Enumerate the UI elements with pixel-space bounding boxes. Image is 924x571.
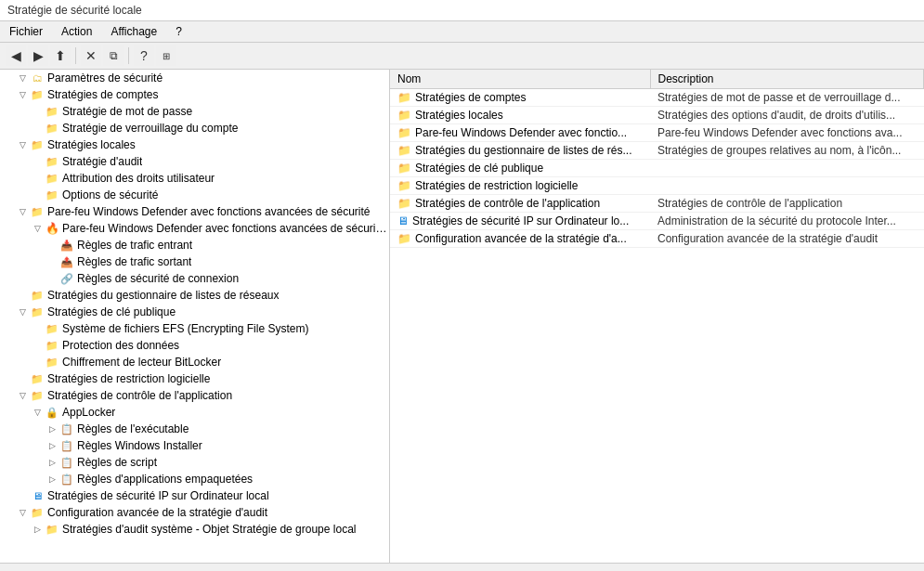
table-row[interactable]: 📁Stratégies de restriction logicielle [390, 177, 924, 195]
table-row[interactable]: 📁Stratégies localesStratégies des option… [390, 107, 924, 124]
root-label: Paramètres de sécurité [47, 71, 163, 84]
tree-item-protection[interactable]: 📁 Protection des données [0, 337, 389, 354]
restriction-label: Stratégies de restriction logicielle [47, 372, 210, 385]
tree-item-installer[interactable]: ▷ 📋 Règles Windows Installer [0, 437, 389, 454]
clep-expand[interactable]: ▽ [15, 305, 30, 319]
tree-item-traficin[interactable]: 📥 Règles de trafic entrant [0, 237, 389, 253]
tree-item-locales[interactable]: ▽ 📁 Stratégies locales [0, 136, 389, 153]
tree-item-audit2[interactable]: ▽ 📁 Configuration avancée de la stratégi… [0, 504, 389, 521]
table-cell-name: 📁Configuration avancée de la stratégie d… [390, 230, 650, 248]
table-row[interactable]: 📁Stratégies de contrôle de l'application… [390, 195, 924, 213]
parefeu-expand[interactable]: ▽ [15, 204, 30, 219]
locales-icon: 📁 [30, 137, 45, 152]
exec-expand[interactable]: ▷ [45, 422, 59, 436]
comptes-expand[interactable]: ▽ [15, 87, 30, 102]
menu-action[interactable]: Action [56, 23, 98, 40]
tree-item-restriction[interactable]: 📁 Stratégies de restriction logicielle [0, 370, 389, 387]
main-container: ▽ 🗂 Paramètres de sécurité ▽ 📁 Stratégie… [0, 70, 924, 563]
right-pane: Nom Description 📁Stratégies de comptesSt… [390, 70, 924, 563]
applocker-expand[interactable]: ▽ [30, 405, 45, 420]
toolbar: ◀ ▶ ⬆ ✕ ⧉ ? ⊞ [0, 43, 924, 70]
tree-item-parefeu[interactable]: ▽ 📁 Pare-feu Windows Defender avec fonct… [0, 203, 389, 220]
tree-item-ipsec[interactable]: 🖥 Stratégies de sécurité IP sur Ordinate… [0, 487, 389, 504]
connex-icon: 🔗 [59, 271, 74, 286]
mdp-icon: 📁 [45, 104, 59, 119]
traficout-icon: 📤 [59, 254, 74, 269]
tree-item-exec[interactable]: ▷ 📋 Règles de l'exécutable [0, 421, 389, 437]
tree-item-audit[interactable]: 📁 Stratégie d'audit [0, 153, 389, 170]
audit2-expand[interactable]: ▽ [15, 505, 30, 520]
table-row[interactable]: 📁Stratégies de comptesStratégies de mot … [390, 89, 924, 107]
options-icon: 📁 [45, 188, 59, 202]
menu-fichier[interactable]: Fichier [4, 23, 48, 40]
root-expand[interactable]: ▽ [15, 71, 30, 85]
copy-button[interactable]: ⧉ [103, 45, 124, 66]
tree-item-controle[interactable]: ▽ 📁 Stratégies de contrôle de l'applicat… [0, 387, 389, 404]
tree-item-mdp[interactable]: 📁 Stratégie de mot de passe [0, 103, 389, 120]
audit-icon: 📁 [45, 154, 59, 169]
locales-expand[interactable]: ▽ [15, 137, 30, 152]
bitlocker-label: Chiffrement de lecteur BitLocker [62, 356, 221, 369]
status-bar [0, 563, 924, 571]
tree-item-comptes[interactable]: ▽ 📁 Stratégies de comptes [0, 86, 389, 103]
tree-item-options[interactable]: 📁 Options de sécurité [0, 187, 389, 203]
tree-item-audit3[interactable]: ▷ 📁 Stratégies d'audit système - Objet S… [0, 521, 389, 538]
script-expand[interactable]: ▷ [45, 455, 59, 470]
left-pane: ▽ 🗂 Paramètres de sécurité ▽ 📁 Stratégie… [0, 70, 390, 563]
tree-item-apps[interactable]: ▷ 📋 Règles d'applications empaquetées [0, 471, 389, 487]
apps-expand[interactable]: ▷ [45, 472, 59, 487]
table-row[interactable]: 📁Stratégies de clé publique [390, 160, 924, 177]
parefeu2-expand[interactable]: ▽ [30, 221, 45, 236]
tree-item-script[interactable]: ▷ 📋 Règles de script [0, 454, 389, 471]
row-name-text: Stratégies locales [415, 109, 503, 122]
forward-button[interactable]: ▶ [28, 45, 48, 66]
tree-item-traficout[interactable]: 📤 Règles de trafic sortant [0, 253, 389, 270]
table-row[interactable]: 📁Stratégies du gestionnaire de listes de… [390, 142, 924, 160]
col-nom[interactable]: Nom [390, 70, 650, 89]
table-cell-desc: Administration de la sécurité du protoco… [650, 213, 924, 230]
menu-help[interactable]: ? [170, 23, 188, 40]
table-row[interactable]: 📁Configuration avancée de la stratégie d… [390, 230, 924, 248]
installer-icon: 📋 [59, 438, 74, 453]
tree-item-reseaux[interactable]: 📁 Stratégies du gestionnaire de listes d… [0, 287, 389, 304]
table-row[interactable]: 📁Pare-feu Windows Defender avec fonctio.… [390, 124, 924, 142]
tree-root[interactable]: ▽ 🗂 Paramètres de sécurité [0, 70, 389, 86]
efs-label: Système de fichiers EFS (Encrypting File… [62, 322, 308, 335]
menu-affichage[interactable]: Affichage [105, 23, 163, 40]
tree-item-parefeu2[interactable]: ▽ 🔥 Pare-feu Windows Defender avec fonct… [0, 220, 389, 237]
tree-item-applocker[interactable]: ▽ 🔒 AppLocker [0, 404, 389, 421]
row-icon: 📁 [397, 197, 411, 210]
tree-item-clep[interactable]: ▽ 📁 Stratégies de clé publique [0, 304, 389, 320]
table-cell-name: 📁Stratégies de contrôle de l'application [390, 195, 650, 213]
audit2-label: Configuration avancée de la stratégie d'… [47, 506, 267, 519]
tree-item-connex[interactable]: 🔗 Règles de sécurité de connexion [0, 270, 389, 287]
comptes-label: Stratégies de comptes [47, 88, 158, 101]
row-icon: 📁 [397, 232, 411, 245]
up-button[interactable]: ⬆ [50, 45, 71, 66]
row-icon: 📁 [397, 126, 411, 139]
table-cell-desc: Pare-feu Windows Defender avec fonctions… [650, 124, 924, 142]
parefeu2-label: Pare-feu Windows Defender avec fonctions… [62, 222, 389, 235]
row-name-text: Stratégies de sécurité IP sur Ordinateur… [412, 214, 629, 227]
table-cell-name: 📁Stratégies de restriction logicielle [390, 177, 650, 195]
controle-expand[interactable]: ▽ [15, 388, 30, 403]
protection-icon: 📁 [45, 338, 59, 353]
mdp-expand [30, 104, 45, 119]
back-button[interactable]: ◀ [6, 45, 26, 66]
tree-item-efs[interactable]: 📁 Système de fichiers EFS (Encrypting Fi… [0, 320, 389, 337]
script-icon: 📋 [59, 455, 74, 470]
view-button[interactable]: ⊞ [156, 45, 176, 66]
table-cell-name: 📁Stratégies du gestionnaire de listes de… [390, 142, 650, 160]
tree-item-verr[interactable]: 📁 Stratégie de verrouillage du compte [0, 120, 389, 136]
installer-expand[interactable]: ▷ [45, 438, 59, 453]
clep-icon: 📁 [30, 305, 45, 319]
table-cell-desc [650, 160, 924, 177]
row-name-text: Stratégies de contrôle de l'application [415, 197, 600, 210]
delete-button[interactable]: ✕ [81, 45, 101, 66]
table-row[interactable]: 🖥Stratégies de sécurité IP sur Ordinateu… [390, 213, 924, 230]
reseaux-icon: 📁 [30, 288, 45, 303]
audit3-expand[interactable]: ▷ [30, 522, 45, 537]
help-button[interactable]: ? [134, 45, 154, 66]
tree-item-droits[interactable]: 📁 Attribution des droits utilisateur [0, 170, 389, 187]
tree-item-bitlocker[interactable]: 📁 Chiffrement de lecteur BitLocker [0, 354, 389, 370]
